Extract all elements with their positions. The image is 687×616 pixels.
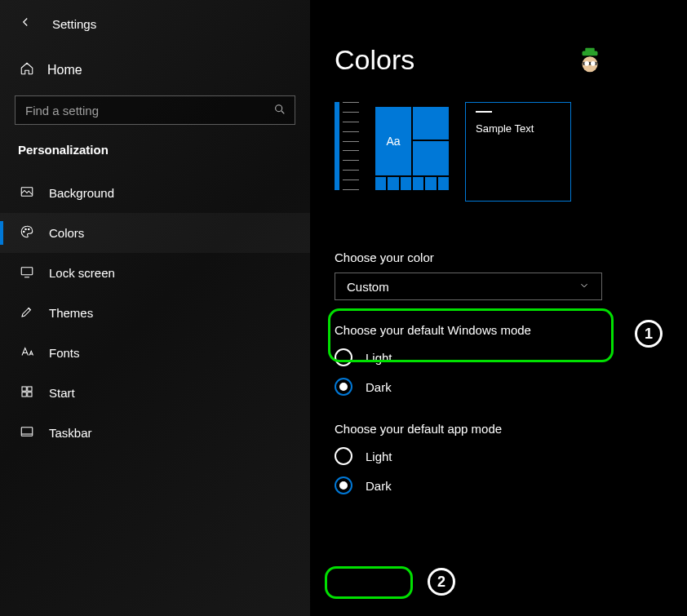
font-icon: [20, 344, 34, 361]
svg-rect-9: [28, 392, 32, 397]
title-bar: Settings: [0, 0, 310, 45]
search-box[interactable]: [15, 95, 295, 125]
app-mode-label: Choose your default app mode: [335, 422, 687, 436]
svg-rect-6: [22, 387, 26, 391]
svg-rect-8: [22, 392, 26, 397]
sidebar-item-start[interactable]: Start: [0, 373, 310, 413]
radio-icon: [335, 378, 352, 396]
palette-icon: [20, 224, 34, 242]
home-button[interactable]: Home: [0, 45, 310, 95]
windows-mode-light[interactable]: Light: [335, 348, 687, 366]
color-select-value: Custom: [347, 280, 389, 294]
svg-rect-10: [21, 428, 33, 437]
radio-label: Light: [366, 351, 392, 365]
color-select[interactable]: Custom: [335, 273, 602, 300]
preview-start-tiles: Aa: [375, 102, 449, 190]
color-preview: Aa Sample Text: [335, 102, 687, 202]
chevron-down-icon: [578, 280, 590, 294]
sidebar-item-label: Background: [49, 186, 114, 200]
search-input[interactable]: [25, 104, 273, 117]
sidebar-item-background[interactable]: Background: [0, 173, 310, 213]
sidebar-item-themes[interactable]: Themes: [0, 293, 310, 333]
radio-icon: [335, 348, 352, 366]
mascot-icon: [574, 45, 605, 79]
preview-window-text: Sample Text: [476, 122, 561, 135]
radio-label: Dark: [366, 380, 392, 394]
svg-rect-13: [585, 48, 594, 52]
color-select-label: Choose your color: [335, 250, 687, 264]
taskbar-icon: [20, 424, 34, 441]
sidebar-item-label: Taskbar: [49, 426, 92, 440]
section-header: Personalization: [0, 143, 310, 173]
sidebar-item-colors[interactable]: Colors: [0, 213, 310, 253]
sidebar: Settings Home Personalization Background…: [0, 0, 310, 616]
sidebar-item-fonts[interactable]: Fonts: [0, 333, 310, 373]
radio-icon: [335, 447, 352, 465]
app-title: Settings: [52, 17, 96, 31]
monitor-icon: [20, 264, 34, 281]
home-icon: [20, 61, 34, 79]
preview-window: Sample Text: [465, 102, 571, 202]
preview-ruler: [335, 102, 359, 190]
app-mode-dark[interactable]: Dark: [335, 476, 687, 494]
windows-mode-dark[interactable]: Dark: [335, 378, 687, 396]
svg-point-2: [24, 231, 25, 233]
sidebar-item-taskbar[interactable]: Taskbar: [0, 413, 310, 453]
windows-mode-label: Choose your default Windows mode: [335, 323, 687, 337]
back-button[interactable]: [15, 11, 36, 37]
sidebar-item-label: Fonts: [49, 346, 80, 360]
preview-aa-tile: Aa: [375, 107, 411, 175]
sidebar-item-label: Lock screen: [49, 266, 115, 280]
home-label: Home: [47, 63, 82, 78]
svg-rect-7: [28, 387, 32, 391]
radio-icon: [335, 476, 352, 494]
picture-icon: [20, 184, 34, 202]
app-mode-light[interactable]: Light: [335, 447, 687, 465]
sidebar-item-label: Themes: [49, 306, 93, 320]
sidebar-item-label: Start: [49, 386, 75, 400]
svg-point-16: [591, 61, 596, 66]
sidebar-item-label: Colors: [49, 226, 84, 240]
start-tiles-icon: [20, 384, 34, 401]
radio-label: Dark: [366, 479, 392, 493]
sidebar-item-lock-screen[interactable]: Lock screen: [0, 253, 310, 293]
svg-point-4: [29, 228, 30, 230]
radio-label: Light: [366, 450, 392, 463]
svg-point-0: [276, 104, 282, 111]
search-icon: [273, 103, 286, 118]
svg-point-15: [584, 61, 589, 66]
svg-point-3: [25, 228, 27, 230]
page-title: Colors: [335, 44, 687, 76]
brush-icon: [20, 304, 34, 321]
nav: Background Colors Lock screen Themes Fon…: [0, 173, 310, 453]
svg-rect-5: [21, 268, 33, 275]
main-content: Colors Aa Sample Text Choose your color …: [310, 0, 687, 616]
